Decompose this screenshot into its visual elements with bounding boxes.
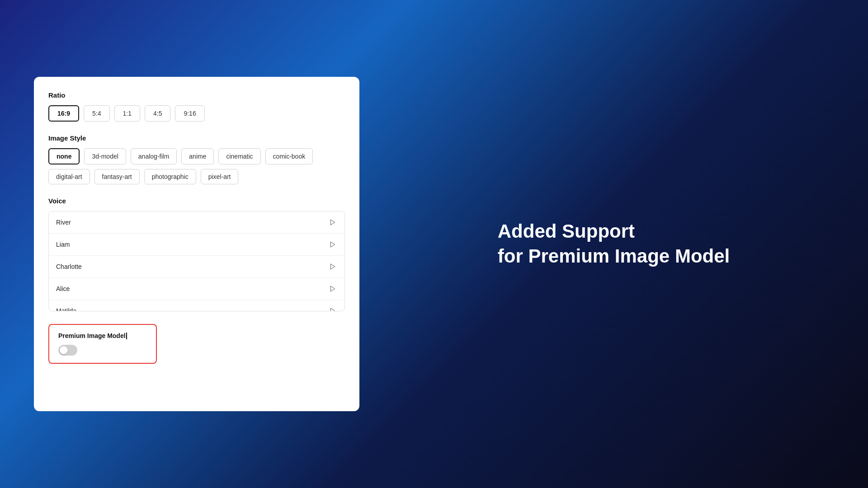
style-btn-digital-art[interactable]: digital-art: [48, 169, 90, 184]
toggle-thumb: [60, 346, 68, 354]
svg-marker-0: [330, 220, 335, 225]
voice-item-matilda[interactable]: Matilda: [49, 300, 344, 311]
style-btn-photographic[interactable]: photographic: [144, 169, 196, 184]
svg-marker-4: [330, 308, 335, 311]
voice-label: Voice: [48, 197, 345, 205]
image-style-label: Image Style: [48, 134, 345, 142]
ratio-btn-1-1[interactable]: 1:1: [114, 105, 140, 122]
voice-name-liam: Liam: [56, 241, 70, 248]
ratio-btn-4-5[interactable]: 4:5: [145, 105, 170, 122]
cursor: [126, 333, 127, 339]
voice-list-container: River Liam Charlotte: [48, 211, 345, 311]
voice-name-river: River: [56, 219, 71, 226]
style-btn-anime[interactable]: anime: [181, 148, 214, 164]
voice-name-charlotte: Charlotte: [56, 263, 82, 270]
toggle-track: [58, 345, 77, 356]
voice-section: Voice River Liam Charlotte: [48, 197, 345, 311]
style-btn-cinematic[interactable]: cinematic: [218, 148, 260, 164]
style-btn-pixel-art[interactable]: pixel-art: [201, 169, 239, 184]
style-btn-fantasy-art[interactable]: fantasy-art: [94, 169, 140, 184]
voice-item-charlotte[interactable]: Charlotte: [49, 256, 344, 278]
svg-marker-3: [330, 286, 335, 291]
announcement-line2: for Premium Image Model: [498, 245, 730, 267]
ratio-btn-5-4[interactable]: 5:4: [84, 105, 109, 122]
premium-image-model-box: Premium Image Model: [48, 324, 157, 364]
play-icon-river[interactable]: [328, 218, 337, 227]
svg-marker-1: [330, 242, 335, 247]
announcement-text: Added Support for Premium Image Model: [498, 219, 730, 268]
voice-item-alice[interactable]: Alice: [49, 278, 344, 300]
premium-image-model-label: Premium Image Model: [58, 332, 147, 339]
voice-name-alice: Alice: [56, 285, 70, 292]
svg-marker-2: [330, 264, 335, 269]
style-btn-comic-book[interactable]: comic-book: [265, 148, 313, 164]
voice-list: River Liam Charlotte: [49, 211, 344, 311]
style-btn-analog-film[interactable]: analog-film: [131, 148, 177, 164]
play-icon-alice[interactable]: [328, 284, 337, 293]
ratio-btn-9-16[interactable]: 9:16: [175, 105, 204, 122]
voice-item-river[interactable]: River: [49, 211, 344, 234]
style-btn-3d-model[interactable]: 3d-model: [84, 148, 126, 164]
ratio-section: Ratio 16:9 5:4 1:1 4:5 9:16: [48, 91, 345, 122]
right-panel: Added Support for Premium Image Model: [359, 192, 868, 296]
voice-name-matilda: Matilda: [56, 307, 76, 311]
style-buttons-group: none 3d-model analog-film anime cinemati…: [48, 148, 345, 184]
image-style-section: Image Style none 3d-model analog-film an…: [48, 134, 345, 184]
play-icon-matilda[interactable]: [328, 306, 337, 311]
ratio-btn-16-9[interactable]: 16:9: [48, 105, 79, 122]
style-btn-none[interactable]: none: [48, 148, 80, 164]
announcement-line1: Added Support: [498, 221, 635, 242]
ratio-label: Ratio: [48, 91, 345, 99]
play-icon-charlotte[interactable]: [328, 262, 337, 271]
voice-item-liam[interactable]: Liam: [49, 234, 344, 256]
settings-panel: Ratio 16:9 5:4 1:1 4:5 9:16 Image Style …: [34, 77, 359, 411]
ratio-buttons-group: 16:9 5:4 1:1 4:5 9:16: [48, 105, 345, 122]
premium-image-model-toggle[interactable]: [58, 345, 77, 356]
play-icon-liam[interactable]: [328, 240, 337, 249]
